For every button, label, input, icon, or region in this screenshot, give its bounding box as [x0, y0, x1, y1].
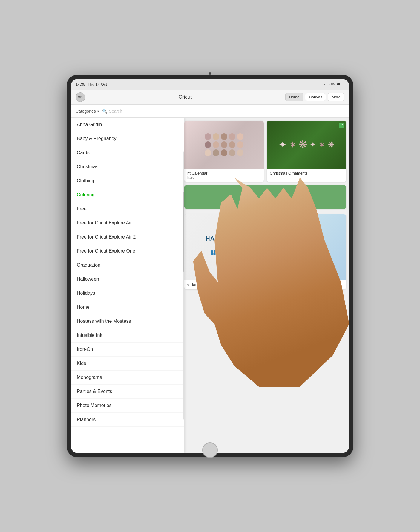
cards-row-1: nt Calendar hare ✦ ✶ ❋ ✦ ✶ — [184, 121, 346, 182]
card-image-hanukkah: Happy HANUKKAH — [184, 214, 264, 280]
svg-point-16 — [223, 250, 225, 251]
card-image-snow: ❄ — [267, 214, 346, 280]
card-advent-info: nt Calendar hare — [184, 169, 264, 182]
menu-item-christmas[interactable]: Christmas — [71, 160, 184, 174]
svg-rect-6 — [217, 251, 218, 255]
menu-item-anna-griffin[interactable]: Anna Griffin — [71, 118, 184, 132]
search-placeholder[interactable]: Search — [109, 109, 122, 114]
card-advent-title: nt Calendar — [187, 171, 261, 175]
battery-fill — [337, 83, 340, 85]
search-icon: 🔍 — [102, 109, 107, 114]
status-right: ▲ 53% — [322, 82, 344, 86]
svg-point-19 — [233, 250, 234, 251]
svg-rect-4 — [211, 251, 213, 255]
menu-item-free[interactable]: Free — [71, 202, 184, 216]
menu-item-free-explore-air2[interactable]: Free for Cricut Explore Air 2 — [71, 230, 184, 244]
scrollbar-track — [183, 151, 184, 420]
canvas-button[interactable]: Canvas — [305, 93, 326, 101]
cards-area: nt Calendar hare ✦ ✶ ❋ ✦ ✶ — [184, 118, 349, 453]
svg-rect-8 — [228, 251, 229, 255]
time-display: 14:35 — [76, 82, 85, 87]
avatar[interactable]: SD — [76, 92, 85, 102]
hanukkah-text: HANUKKAH — [206, 235, 243, 242]
filter-bar: Categories ▾ 🔍 Search — [71, 105, 349, 118]
main-content: Anna Griffin Baby & Pregnancy Cards Chri… — [71, 118, 349, 453]
card-image-christmas: ✦ ✶ ❋ ✦ ✶ ❋ C — [267, 121, 346, 169]
menorah-svg — [209, 245, 239, 266]
camera-dot — [209, 72, 211, 75]
svg-rect-0 — [223, 251, 225, 263]
svg-rect-11 — [236, 251, 237, 255]
battery-tip — [344, 83, 344, 85]
nav-buttons: Home Canvas More — [285, 93, 344, 101]
svg-point-20 — [236, 250, 237, 251]
menu-item-photo-memories[interactable]: Photo Memories — [71, 399, 184, 413]
card-christmas-info: Christmas Ornaments — [267, 169, 346, 178]
svg-rect-5 — [214, 251, 215, 255]
happy-text: Happy — [218, 229, 231, 234]
app-title: Cricut — [89, 94, 282, 100]
navigation-bar: SD Cricut Home Canvas More — [71, 90, 349, 105]
menu-item-iron-on[interactable]: Iron-On — [71, 343, 184, 357]
menu-item-halloween[interactable]: Halloween — [71, 272, 184, 286]
battery-body — [337, 83, 343, 86]
svg-point-17 — [228, 250, 229, 251]
menorah-container: Happy HANUKKAH — [200, 223, 249, 272]
status-left: 14:35 Thu 14 Oct — [76, 82, 107, 87]
card-hanukkah[interactable]: Happy HANUKKAH — [184, 214, 264, 289]
card-second-item[interactable]: ... — [184, 185, 346, 209]
svg-point-15 — [220, 250, 221, 251]
scrollbar-thumb — [183, 192, 184, 272]
svg-rect-10 — [233, 251, 234, 255]
battery-icon — [337, 83, 344, 86]
card-christmas-title: Christmas Ornaments — [270, 171, 343, 175]
home-button[interactable]: Home — [285, 93, 303, 101]
svg-rect-9 — [230, 251, 232, 255]
svg-point-14 — [217, 250, 218, 251]
menu-item-parties-events[interactable]: Parties & Events — [71, 385, 184, 399]
more-button[interactable]: More — [328, 93, 344, 101]
categories-label: Categories ▾ — [76, 109, 99, 114]
menu-item-hostess[interactable]: Hostess with the Mostess — [71, 314, 184, 328]
tablet-device: 14:35 Thu 14 Oct ▲ 53% SD Cricut — [67, 75, 353, 457]
wifi-icon: ▲ — [322, 82, 326, 86]
search-area: 🔍 Search — [102, 109, 122, 114]
menu-item-free-explore-air[interactable]: Free for Cricut Explore Air — [71, 216, 184, 230]
svg-point-12 — [211, 250, 213, 251]
card-advent-action: hare — [187, 175, 261, 180]
card-hanukkah-title: y Hanukkah Mug — [187, 282, 261, 287]
battery-percent: 53% — [328, 82, 335, 86]
menu-item-home[interactable]: Home — [71, 300, 184, 314]
card-snow[interactable]: ❄ Mini Sno... — [267, 214, 346, 289]
menu-item-baby-pregnancy[interactable]: Baby & Pregnancy — [71, 132, 184, 146]
size-badge: 2 sizes — [249, 274, 262, 278]
card-christmas[interactable]: ✦ ✶ ❋ ✦ ✶ ❋ C Christmas Ornaments — [267, 121, 346, 182]
menu-item-graduation[interactable]: Graduation — [71, 258, 184, 272]
svg-point-18 — [230, 250, 232, 251]
home-button-physical[interactable] — [202, 442, 218, 458]
card-advent-calendar[interactable]: nt Calendar hare — [184, 121, 264, 182]
green-badge: C — [339, 123, 344, 128]
menu-item-infusible-ink[interactable]: Infusible Ink — [71, 328, 184, 343]
categories-menu: Anna Griffin Baby & Pregnancy Cards Chri… — [71, 118, 184, 453]
menu-item-kids[interactable]: Kids — [71, 357, 184, 371]
menu-item-free-explore-one[interactable]: Free for Cricut Explore One — [71, 244, 184, 258]
categories-dropdown[interactable]: Categories ▾ — [76, 109, 99, 114]
card-snow-info: Mini Sno... — [267, 280, 346, 289]
cards-row-2: ... — [184, 185, 346, 209]
cards-row-3: Happy HANUKKAH — [184, 214, 346, 289]
menu-item-planners[interactable]: Planners — [71, 413, 184, 427]
menu-item-monograms[interactable]: Monograms — [71, 371, 184, 385]
menu-item-cards[interactable]: Cards — [71, 146, 184, 160]
svg-point-13 — [214, 250, 215, 251]
tablet-screen: 14:35 Thu 14 Oct ▲ 53% SD Cricut — [71, 79, 349, 453]
menu-item-coloring[interactable]: Coloring — [71, 188, 184, 202]
card-hanukkah-info: y Hanukkah Mug — [184, 280, 264, 289]
svg-rect-1 — [218, 262, 230, 264]
menu-item-clothing[interactable]: Clothing — [71, 174, 184, 188]
card-snow-title: Mini Sno... — [270, 282, 343, 287]
status-bar: 14:35 Thu 14 Oct ▲ 53% — [71, 79, 349, 90]
svg-rect-7 — [220, 251, 221, 255]
card-image-crafts — [184, 121, 264, 169]
menu-item-holidays[interactable]: Holidays — [71, 286, 184, 300]
